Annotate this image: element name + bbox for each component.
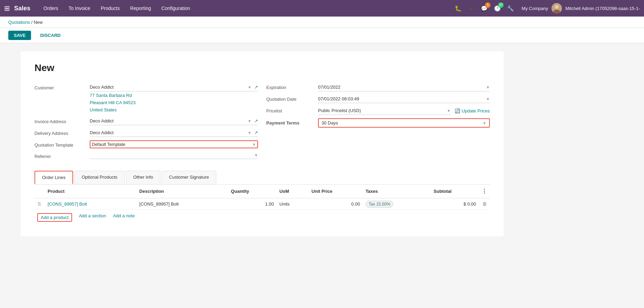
add-product-link[interactable]: Add a product [37,213,72,222]
bug-icon[interactable]: 🐛 [453,4,463,13]
invoice-address-value: Deco Addict ▼ ↗ [90,117,258,125]
payment-terms-dropdown-arrow[interactable]: ▼ [483,121,486,125]
payment-terms-input[interactable]: 30 Days ▼ [318,118,490,128]
quotation-date-text: 07/01/2022 08:03:49 [318,96,485,101]
pricelist-text: Public Pricelist (USD) [318,108,445,113]
svg-point-1 [555,5,559,9]
referrer-dropdown-arrow[interactable]: ▼ [254,153,258,157]
delivery-address-field-row: Delivery Address Deco Addict ▼ ↗ [34,129,258,137]
update-prices-label: Update Prices [462,108,490,113]
invoice-address-external-link-icon[interactable]: ↗ [254,118,258,123]
quotation-date-dropdown-arrow[interactable]: ▼ [486,97,490,101]
update-prices-link[interactable]: 🔄 Update Prices [455,108,490,113]
pricelist-dropdown-arrow[interactable]: ▼ [447,109,450,113]
breadcrumb-parent[interactable]: Quotations [8,20,30,25]
delivery-address-text: Deco Addict [90,130,246,135]
discard-button[interactable]: DISCARD [34,31,66,40]
expiration-field-row: Expiration 07/01/2022 ▼ [266,83,490,91]
row-quantity[interactable]: 1.00 [228,198,277,210]
tax-badge[interactable]: Tax 15.00% [366,201,394,208]
tab-customer-signature-label: Customer Signature [169,175,209,180]
expiration-input[interactable]: 07/01/2022 ▼ [318,83,490,91]
add-note-link[interactable]: Add a note [113,213,135,222]
invoice-address-input[interactable]: Deco Addict ▼ ↗ [90,117,258,125]
table-actions-icon[interactable]: ⋮ [482,188,487,194]
customer-dropdown-arrow[interactable]: ▼ [248,85,251,89]
expiration-dropdown-arrow[interactable]: ▼ [486,85,490,89]
quotation-template-label: Quotation Template [34,140,90,148]
user-avatar[interactable] [552,3,562,13]
quotation-date-input[interactable]: 07/01/2022 08:03:49 ▼ [318,95,490,103]
quotation-date-value: 07/01/2022 08:03:49 ▼ [318,95,490,103]
user-name[interactable]: Mitchell Admin (17052098-saas-15-1- [565,6,640,11]
col-actions-header: ⋮ [479,185,490,198]
delete-icon[interactable]: 🗑 [482,201,487,207]
payment-terms-text: 30 Days [321,120,481,126]
quotation-template-dropdown-arrow[interactable]: ▼ [252,142,256,147]
payment-terms-field-row: Payment Terms 30 Days ▼ [266,118,490,128]
delivery-address-dropdown-arrow[interactable]: ▼ [248,131,251,135]
phone-icon[interactable]: 📞 [466,4,476,13]
row-subtotal: $ 0.00 [431,198,479,210]
order-lines-table-section: Product Description Quantity UoM Unit Pr… [34,185,490,225]
customer-value: Deco Addict ▼ ↗ 77 Santa Barbara Rd Plea… [90,83,258,113]
col-uom-header: UoM [277,185,309,198]
clock-icon[interactable]: 🕐 37 [493,4,502,13]
tab-order-lines-label: Order Lines [42,175,66,180]
drag-handle-icon[interactable]: ⇅ [37,201,41,207]
product-link[interactable]: [CONS_89957] Bolt [48,201,87,207]
row-taxes: Tax 15.00% [363,198,431,210]
table-row: ⇅ [CONS_89957] Bolt [CONS_89957] Bolt 1.… [34,198,490,210]
nav-reporting[interactable]: Reporting [125,3,156,13]
customer-field-row: Customer Deco Addict ▼ ↗ 77 Santa Barbar… [34,83,258,113]
nav-products[interactable]: Products [96,3,125,13]
quotation-date-label: Quotation Date [266,97,318,102]
address-line1: 77 Santa Barbara Rd [90,92,258,99]
settings-icon[interactable]: 🔧 [506,4,515,13]
delivery-address-external-link-icon[interactable]: ↗ [254,130,258,135]
customer-input[interactable]: Deco Addict ▼ ↗ [90,83,258,91]
chat-badge: 5 [485,2,491,8]
row-description[interactable]: [CONS_89957] Bolt [137,198,228,210]
row-uom[interactable]: Units [277,198,309,210]
save-button[interactable]: SAVE [8,31,31,40]
address-line3: United States [90,107,258,114]
main-content: New Customer Deco Addict ▼ ↗ 77 Santa Ba… [0,43,644,308]
nav-menu: Orders To Invoice Products Reporting Con… [39,3,452,13]
row-delete[interactable]: 🗑 [479,198,490,210]
row-drag-handle[interactable]: ⇅ [34,198,45,210]
tab-order-lines[interactable]: Order Lines [34,171,73,184]
tab-optional-products[interactable]: Optional Products [75,171,125,184]
nav-orders[interactable]: Orders [39,3,63,13]
tab-other-info-label: Other Info [133,175,153,180]
nav-to-invoice[interactable]: To Invoice [64,3,95,13]
invoice-address-label: Invoice Address [34,117,90,124]
nav-configuration[interactable]: Configuration [157,3,195,13]
customer-external-link-icon[interactable]: ↗ [254,85,258,90]
invoice-address-dropdown-arrow[interactable]: ▼ [248,119,251,123]
order-lines-table: Product Description Quantity UoM Unit Pr… [34,185,490,210]
customer-text: Deco Addict [90,85,246,90]
referrer-input[interactable]: ▼ [90,152,258,159]
right-column: Expiration 07/01/2022 ▼ Quotation Date 0… [266,83,490,162]
payment-terms-value: 30 Days ▼ [318,118,490,128]
delivery-address-input[interactable]: Deco Addict ▼ ↗ [90,129,258,137]
quotation-template-input[interactable]: Default Template ▼ [90,140,258,148]
tab-other-info[interactable]: Other Info [126,171,160,184]
tab-customer-signature[interactable]: Customer Signature [162,171,216,184]
company-name[interactable]: My Company [522,6,548,11]
row-unit-price[interactable]: 0.00 [309,198,363,210]
grid-icon[interactable]: ⊞ [4,4,10,12]
add-section-link[interactable]: Add a section [79,213,106,222]
brand-name[interactable]: Sales [14,5,30,12]
referrer-value: ▼ [90,152,258,159]
breadcrumb-bar: Quotations / New [0,17,644,28]
quotation-template-text: Default Template [92,142,251,147]
pricelist-input[interactable]: Public Pricelist (USD) ▼ [318,107,450,115]
chat-icon[interactable]: 💬 5 [479,4,489,13]
col-description-header: Description [137,185,228,198]
expiration-label: Expiration [266,85,318,90]
pricelist-field-row: Pricelist Public Pricelist (USD) ▼ 🔄 Upd… [266,107,490,115]
tabs-bar: Order Lines Optional Products Other Info… [34,171,490,184]
tabs-section: Order Lines Optional Products Other Info… [34,171,490,185]
